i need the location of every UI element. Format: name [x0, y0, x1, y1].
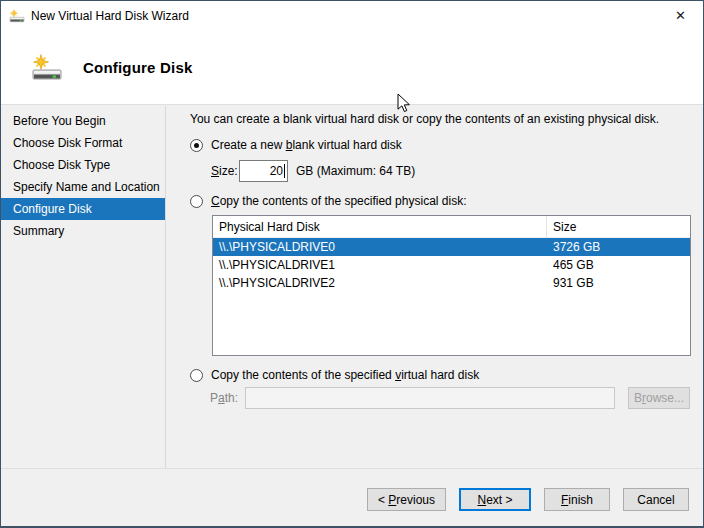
radio-copy-physical[interactable]	[190, 195, 203, 208]
browse-button: Browse...	[628, 387, 690, 409]
sidebar-item-choose-disk-type[interactable]: Choose Disk Type	[1, 154, 165, 176]
cancel-button[interactable]: Cancel	[623, 488, 689, 511]
page-title: Configure Disk	[83, 59, 192, 76]
disk-size: 465 GB	[547, 258, 594, 272]
wizard-button-bar: < Previous Next > Finish Cancel	[1, 468, 703, 526]
wizard-header: Configure Disk	[1, 31, 703, 105]
disk-size: 3726 GB	[547, 240, 600, 254]
sidebar-item-before-you-begin[interactable]: Before You Begin	[1, 110, 165, 132]
radio-copy-virtual[interactable]	[190, 369, 203, 382]
close-button[interactable]: ✕	[658, 1, 703, 30]
disk-size: 931 GB	[547, 276, 594, 290]
option-copy-physical-disk[interactable]: Copy the contents of the specified physi…	[190, 194, 691, 208]
size-label: Size:	[211, 164, 239, 178]
column-header-physical-hard-disk[interactable]: Physical Hard Disk	[213, 216, 547, 237]
path-row: Path: Browse...	[190, 387, 691, 409]
path-input	[245, 387, 615, 409]
option-copy-virtual-disk[interactable]: Copy the contents of the specified virtu…	[190, 368, 691, 382]
wizard-window: New Virtual Hard Disk Wizard ✕ Configure…	[0, 0, 704, 528]
titlebar: New Virtual Hard Disk Wizard ✕	[1, 1, 703, 31]
option-create-blank-label: Create a new blank virtual hard disk	[211, 138, 402, 152]
disk-name: \\.\PHYSICALDRIVE2	[213, 276, 547, 290]
table-row[interactable]: \\.\PHYSICALDRIVE2 931 GB	[213, 274, 690, 292]
radio-create-blank[interactable]	[190, 139, 203, 152]
previous-button[interactable]: < Previous	[367, 488, 446, 511]
vhd-wizard-icon	[9, 8, 25, 24]
sidebar-item-specify-name-and-location[interactable]: Specify Name and Location	[1, 176, 165, 198]
wizard-body: Before You Begin Choose Disk Format Choo…	[1, 106, 703, 468]
table-row[interactable]: \\.\PHYSICALDRIVE0 3726 GB	[213, 238, 690, 256]
text-caret	[284, 164, 285, 178]
sidebar-item-summary[interactable]: Summary	[1, 220, 165, 242]
disk-name: \\.\PHYSICALDRIVE1	[213, 258, 547, 272]
option-create-blank-disk[interactable]: Create a new blank virtual hard disk	[190, 138, 691, 152]
page-description: You can create a blank virtual hard disk…	[190, 112, 691, 126]
next-button[interactable]: Next >	[459, 488, 531, 511]
vhd-wizard-icon	[31, 54, 63, 81]
window-title: New Virtual Hard Disk Wizard	[31, 9, 189, 23]
table-row[interactable]: \\.\PHYSICALDRIVE1 465 GB	[213, 256, 690, 274]
disk-name: \\.\PHYSICALDRIVE0	[213, 240, 547, 254]
listview-header: Physical Hard Disk Size	[213, 216, 690, 238]
page-content: You can create a blank virtual hard disk…	[166, 106, 704, 468]
close-icon: ✕	[675, 8, 686, 23]
wizard-steps-sidebar: Before You Begin Choose Disk Format Choo…	[1, 106, 166, 468]
finish-button[interactable]: Finish	[544, 488, 610, 511]
sidebar-item-configure-disk[interactable]: Configure Disk	[1, 198, 165, 220]
size-unit-label: GB (Maximum: 64 TB)	[296, 164, 415, 178]
size-row: Size: GB (Maximum: 64 TB)	[190, 160, 691, 182]
sidebar-item-choose-disk-format[interactable]: Choose Disk Format	[1, 132, 165, 154]
path-label: Path:	[210, 391, 245, 405]
physical-disk-listview: Physical Hard Disk Size \\.\PHYSICALDRIV…	[212, 215, 691, 356]
option-copy-virtual-label: Copy the contents of the specified virtu…	[211, 368, 479, 382]
size-input[interactable]	[239, 160, 288, 182]
column-header-size[interactable]: Size	[547, 220, 576, 234]
option-copy-physical-label: Copy the contents of the specified physi…	[211, 194, 466, 208]
